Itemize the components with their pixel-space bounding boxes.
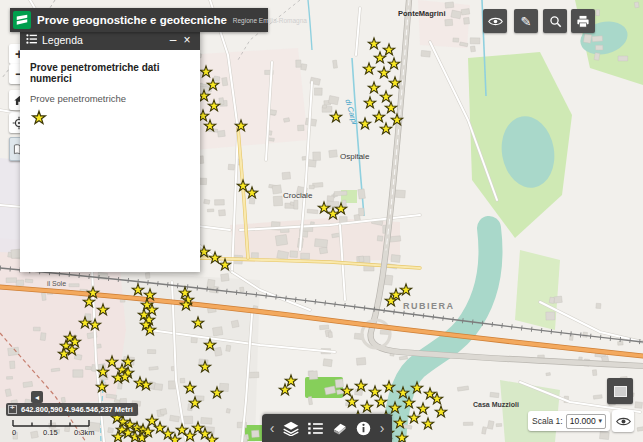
chevron-left-icon: ◂ bbox=[35, 393, 39, 402]
basemap-toggle-button[interactable] bbox=[607, 378, 633, 404]
scalebar-label-max: 0.3km bbox=[74, 428, 94, 437]
coordinates-bar: 642.800,590 4.946.546,237 Metri bbox=[6, 403, 138, 416]
layers-icon bbox=[283, 421, 299, 436]
legend-header[interactable]: Legenda – × bbox=[20, 30, 200, 50]
info-icon bbox=[356, 421, 371, 436]
scalebar-label-0: 0 bbox=[12, 428, 16, 437]
search-icon bbox=[549, 15, 562, 28]
scalebar: 0 0.15 0.3km bbox=[12, 419, 102, 439]
legend-minimize-button[interactable]: – bbox=[166, 33, 180, 47]
scalebar-label-mid: 0.15 bbox=[43, 428, 58, 437]
legend-item-label: Prove penetrometriche bbox=[30, 93, 190, 104]
scale-value: 10.000 bbox=[570, 416, 596, 426]
app-title: Prove geognostiche e geotecniche bbox=[37, 14, 227, 26]
legend-panel: Legenda – × Prove penetrometriche dati n… bbox=[20, 30, 200, 272]
legend-star-icon bbox=[30, 109, 48, 127]
info-button[interactable] bbox=[353, 418, 373, 438]
regione-logo-icon bbox=[13, 11, 31, 29]
coords-collapse-button[interactable]: ◂ bbox=[31, 391, 43, 403]
chevron-down-icon: ▾ bbox=[598, 417, 602, 425]
legend-list-icon bbox=[26, 34, 37, 46]
eye-icon bbox=[616, 416, 631, 427]
scalebar-graphic bbox=[12, 419, 102, 428]
basemap-thumbnail-icon bbox=[614, 386, 627, 397]
legend-list-button[interactable] bbox=[305, 418, 325, 438]
list-icon bbox=[308, 422, 323, 435]
print-button[interactable] bbox=[571, 9, 595, 33]
crosshair-icon bbox=[8, 405, 17, 414]
map-stage: PonteMagriniOspitaleCrocialeRUBIERAil So… bbox=[0, 0, 643, 442]
visibility-button[interactable] bbox=[612, 410, 634, 432]
layers-button[interactable] bbox=[281, 418, 301, 438]
bottom-toolbar: ‹ bbox=[262, 414, 392, 442]
scale-control: Scala 1: 10.000 ▾ bbox=[528, 411, 610, 431]
eraser-icon bbox=[331, 421, 347, 435]
search-button[interactable] bbox=[543, 9, 567, 33]
scale-select[interactable]: 10.000 ▾ bbox=[566, 414, 606, 429]
pencil-icon: ✎ bbox=[521, 14, 532, 29]
app-header: Prove geognostiche e geotecniche Regione… bbox=[10, 8, 268, 32]
legend-title: Legenda bbox=[42, 34, 166, 46]
eraser-tool-button[interactable] bbox=[329, 418, 349, 438]
eye-icon bbox=[488, 16, 503, 27]
coordinates-value: 642.800,590 4.946.546,237 Metri bbox=[21, 405, 133, 414]
toolbar-next-button[interactable]: › bbox=[377, 418, 387, 438]
legend-group-title: Prove penetrometriche dati numerici bbox=[30, 62, 190, 84]
legend-close-button[interactable]: × bbox=[180, 33, 194, 47]
view-tool-button[interactable] bbox=[483, 9, 507, 33]
scale-label: Scala 1: bbox=[532, 416, 563, 426]
app-subtitle: Regione Emilia-Romagna bbox=[233, 17, 307, 24]
toolbar-prev-button[interactable]: ‹ bbox=[267, 418, 277, 438]
print-icon bbox=[576, 15, 590, 28]
legend-body: Prove penetrometriche dati numerici Prov… bbox=[20, 50, 200, 143]
measure-draw-button[interactable]: ✎ bbox=[514, 9, 538, 33]
